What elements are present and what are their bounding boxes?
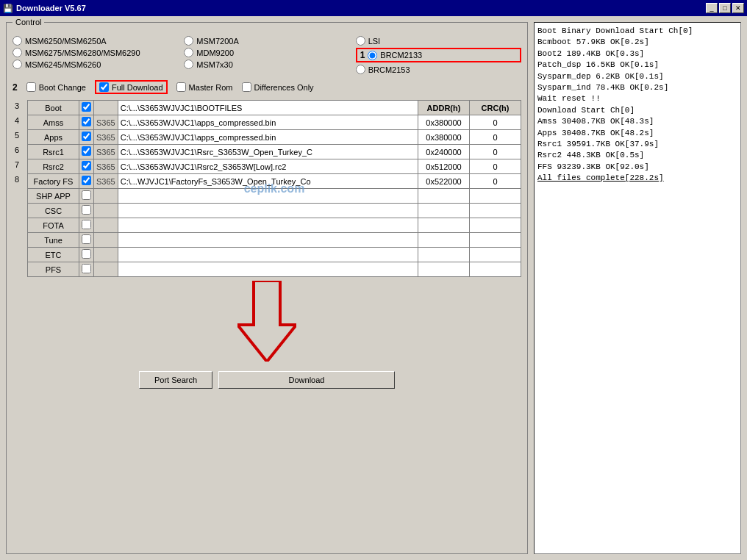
table-row: 8 Factory FS S365 C:\...WJVJC1\FactoryFs… (28, 174, 521, 189)
log-line-2: Bcmboot 57.9KB OK[0.2s] (537, 37, 737, 48)
full-download-option[interactable]: Full Download (95, 80, 168, 94)
fota-checkbox[interactable] (82, 220, 91, 229)
table-row: CSC (28, 204, 521, 218)
factoryfs-checkbox[interactable] (82, 176, 91, 185)
row-number-8: 8 (15, 175, 19, 184)
rsrc1-checkbox[interactable] (82, 146, 91, 156)
table-row: FOTA (28, 218, 521, 233)
row-number-4: 4 (15, 116, 19, 125)
annotation-2: 2 (12, 82, 18, 93)
radio-msm7200a[interactable]: MSM7200A (184, 36, 349, 46)
row-number-6: 6 (15, 146, 19, 154)
log-line-5: Sysparm_dep 6.2KB OK[0.1s] (537, 71, 737, 82)
table-row: Tune (28, 233, 521, 248)
apps-checkbox[interactable] (82, 132, 91, 141)
restore-button[interactable]: □ (719, 3, 731, 13)
table-row: ETC (28, 248, 521, 262)
csc-checkbox[interactable] (82, 205, 91, 215)
tune-checkbox[interactable] (82, 234, 91, 244)
close-button[interactable]: ✕ (732, 3, 744, 13)
table-row: 5 Apps S365 C:\...\S3653WJVJC1\apps_comp… (28, 130, 521, 145)
log-line-4: Patch_dsp 16.5KB OK[0.1s] (537, 60, 737, 71)
radio-mdm9200[interactable]: MDM9200 (184, 48, 349, 57)
control-group-title: Control (12, 18, 44, 26)
log-line-13: FFS 93239.3KB OK[92.0s] (537, 162, 737, 173)
log-line-1: Boot Binary Download Start Ch[0] (537, 26, 737, 37)
app-icon: 💾 (3, 4, 13, 13)
log-line-9: Amss 30408.7KB OK[48.3s] (537, 116, 737, 127)
log-line-7: Wait reset !! (537, 93, 737, 104)
radio-brcm2153[interactable]: BRCM2153 (356, 65, 521, 74)
log-line-10: Apps 30408.7KB OK[48.2s] (537, 128, 737, 139)
table-row: 4 Amss S365 C:\...\S3653WJVJC1\apps_comp… (28, 115, 521, 130)
row-number-3: 3 (15, 101, 19, 110)
download-button[interactable]: Download (218, 371, 395, 389)
table-row: SHP APP (28, 189, 521, 204)
window-title: Downloader V5.67 (16, 4, 86, 12)
bottom-buttons: Port Search Download (12, 371, 521, 389)
title-bar: 💾 Downloader V5.67 _ □ ✕ (0, 0, 747, 16)
log-panel: Boot Binary Download Start Ch[0] Bcmboot… (534, 22, 741, 554)
port-search-button[interactable]: Port Search (139, 371, 212, 389)
boot-change-option[interactable]: Boot Change (26, 82, 86, 92)
amss-checkbox[interactable] (82, 117, 91, 126)
etc-checkbox[interactable] (82, 249, 91, 259)
shpapp-checkbox[interactable] (82, 190, 91, 200)
minimize-button[interactable]: _ (706, 3, 718, 13)
rsrc2-checkbox[interactable] (82, 161, 91, 170)
radio-msm6275[interactable]: MSM6275/MSM6280/MSM6290 (12, 48, 178, 57)
log-line-11: Rsrc1 39591.7KB OK[37.9s] (537, 139, 737, 150)
radio-msm7x30[interactable]: MSM7x30 (184, 60, 349, 69)
pfs-checkbox[interactable] (82, 264, 91, 273)
table-row: 6 Rsrc1 S365 C:\...\S3653WJVJC1\Rsrc_S36… (28, 145, 521, 159)
row-number-7: 7 (15, 160, 19, 169)
table-row: PFS (28, 262, 521, 277)
download-arrow (237, 281, 296, 362)
radio-msm6250[interactable]: MSM6250/MSM6250A (12, 36, 178, 46)
svg-marker-0 (237, 281, 296, 362)
log-line-3: Boot2 189.4KB OK[0.3s] (537, 49, 737, 60)
radio-msm6245[interactable]: MSM6245/MSM6260 (12, 60, 178, 69)
log-line-8: Download Start Ch[0] (537, 105, 737, 116)
master-rom-option[interactable]: Master Rom (176, 82, 233, 92)
differences-only-option[interactable]: Differences Only (242, 82, 314, 92)
table-row: 7 Rsrc2 S365 C:\...\S3653WJVJC1\Rsrc2_S3… (28, 159, 521, 174)
row-number-5: 5 (15, 131, 19, 140)
log-line-6: Sysparm_ind 78.4KB OK[0.2s] (537, 82, 737, 93)
radio-lsi[interactable]: LSI (356, 36, 521, 46)
log-line-14: All files complete[228.2s] (537, 173, 737, 184)
table-row: 3 Boot C:\...\S3653WJVJC1\BOOTFILES ADDR… (28, 101, 521, 115)
radio-brcm2133-highlighted[interactable]: 1 BRCM2133 (356, 48, 521, 62)
log-line-12: Rsrc2 448.3KB OK[0.5s] (537, 150, 737, 161)
boot-checkbox[interactable] (82, 102, 91, 112)
file-table: 3 Boot C:\...\S3653WJVJC1\BOOTFILES ADDR… (27, 100, 521, 277)
annotation-1: 1 (360, 50, 365, 60)
